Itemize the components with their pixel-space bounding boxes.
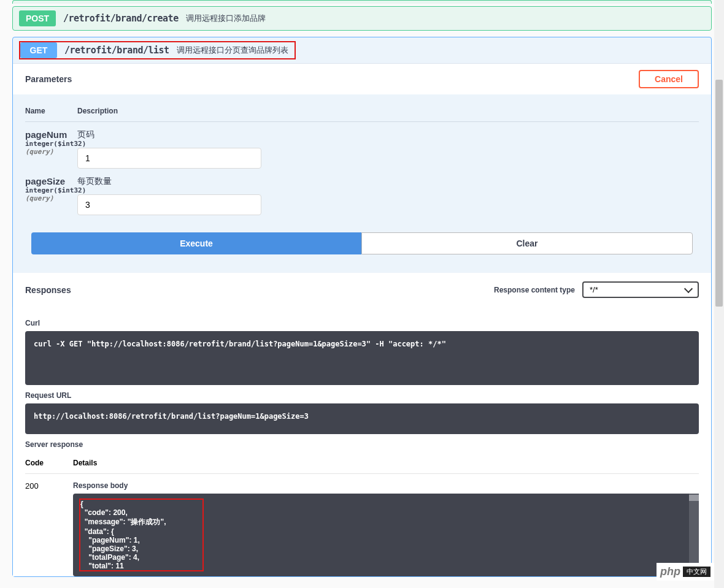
json-scrollbar-thumb[interactable] (689, 495, 699, 501)
highlight-box: GET /retrofit/brand/list 调用远程接口分页查询品牌列表 (19, 41, 296, 59)
param-row: pageSize integer($int32) (query) 每页数量 (25, 169, 699, 215)
endpoint-summary: 调用远程接口添加品牌 (186, 13, 266, 24)
watermark-php: php (660, 565, 680, 578)
curl-label: Curl (25, 319, 699, 327)
endpoint-path: /retrofit/brand/create (63, 13, 179, 24)
button-row: Execute Clear (25, 232, 699, 254)
curl-box[interactable]: curl -X GET "http://localhost:8086/retro… (25, 331, 699, 385)
param-row: pageNum integer($int32) (query) 页码 (25, 122, 699, 169)
cancel-button[interactable]: Cancel (639, 70, 699, 88)
response-table-header: Code Details (25, 452, 699, 474)
response-body-label: Response body (73, 481, 699, 490)
request-url-label: Request URL (25, 391, 699, 400)
endpoint-border-top (12, 0, 712, 4)
server-response-label: Server response (25, 440, 699, 449)
responses-body: Curl curl -X GET "http://localhost:8086/… (13, 307, 711, 576)
param-table-header: Name Description (25, 101, 699, 122)
request-url-box[interactable]: http://localhost:8086/retrofit/brand/lis… (25, 403, 699, 434)
param-name: pageNum (25, 129, 77, 140)
col-code: Code (25, 459, 73, 467)
param-input-pagenum[interactable] (77, 148, 261, 169)
watermark: php 中文网 (657, 563, 714, 581)
param-name-cell: pageSize integer($int32) (query) (25, 176, 77, 215)
col-desc: Description (77, 107, 699, 115)
page-scrollbar-track[interactable] (714, 0, 724, 583)
endpoint-summary: 调用远程接口分页查询品牌列表 (177, 45, 288, 56)
param-name-cell: pageNum integer($int32) (query) (25, 129, 77, 169)
param-desc-cell: 页码 (77, 129, 699, 169)
clear-button[interactable]: Clear (361, 232, 693, 254)
param-desc: 每页数量 (77, 176, 699, 187)
response-row: 200 Response body { "code": 200, "messag… (25, 474, 699, 576)
parameters-section: Name Description pageNum integer($int32)… (13, 94, 711, 273)
method-badge-post: POST (19, 10, 56, 26)
endpoint-post[interactable]: POST /retrofit/brand/create 调用远程接口添加品牌 (12, 6, 712, 31)
watermark-cn: 中文网 (683, 567, 711, 577)
endpoint-body: Parameters Cancel Name Description pageN… (13, 63, 711, 576)
response-code: 200 (25, 481, 73, 576)
param-desc: 页码 (77, 129, 699, 140)
col-details: Details (73, 459, 699, 467)
param-type: integer($int32) (25, 186, 77, 194)
responses-header: Responses Response content type */* (13, 273, 711, 307)
response-details: Response body { "code": 200, "message": … (73, 481, 699, 576)
parameters-header: Parameters Cancel (13, 64, 711, 94)
param-type: integer($int32) (25, 140, 77, 148)
response-body-box[interactable]: { "code": 200, "message": "操作成功", "data"… (73, 494, 699, 576)
content-type-label: Response content type (494, 286, 575, 294)
param-name: pageSize (25, 176, 77, 186)
param-desc-cell: 每页数量 (77, 176, 699, 215)
highlight-json: { "code": 200, "message": "操作成功", "data"… (79, 498, 204, 571)
execute-button[interactable]: Execute (31, 232, 361, 254)
content-type-select[interactable]: */* (582, 281, 699, 298)
page-scrollbar-thumb[interactable] (715, 80, 723, 307)
endpoint-header[interactable]: POST /retrofit/brand/create 调用远程接口添加品牌 (13, 7, 711, 30)
content-type-wrap: Response content type */* (494, 281, 699, 298)
parameters-title: Parameters (25, 74, 72, 84)
param-in: (query) (25, 148, 77, 156)
method-badge-get: GET (20, 42, 57, 58)
param-input-pagesize[interactable] (77, 194, 261, 215)
endpoint-header[interactable]: GET /retrofit/brand/list 调用远程接口分页查询品牌列表 (13, 37, 711, 63)
endpoint-path: /retrofit/brand/list (64, 45, 169, 56)
col-name: Name (25, 107, 77, 115)
endpoint-get: GET /retrofit/brand/list 调用远程接口分页查询品牌列表 … (12, 37, 712, 577)
responses-title: Responses (25, 285, 71, 295)
param-in: (query) (25, 194, 77, 202)
